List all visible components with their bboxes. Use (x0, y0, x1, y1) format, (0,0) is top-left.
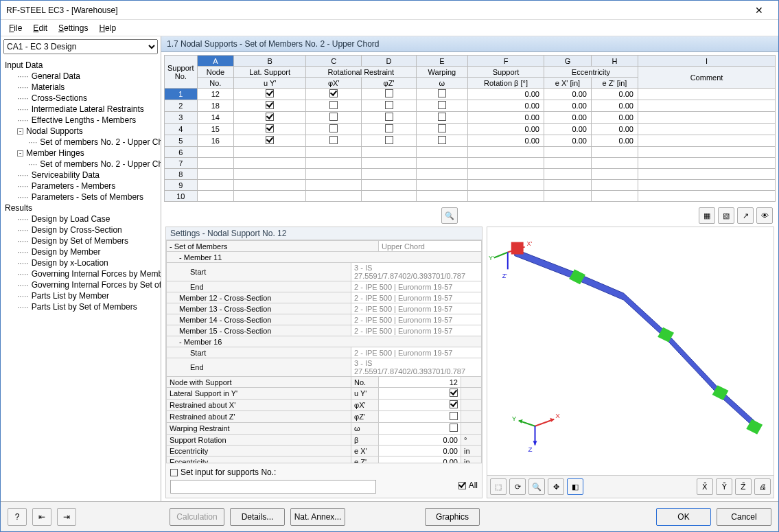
menu-edit[interactable]: Edit (27, 22, 53, 34)
tree-ilr[interactable]: ·····Intermediate Lateral Restraints (2, 104, 159, 115)
cancel-button[interactable]: Cancel (717, 508, 771, 526)
svg-text:Y': Y' (489, 255, 494, 262)
next-icon[interactable]: ⇥ (57, 508, 76, 526)
preview-3d-view[interactable]: X' Y' Z' (487, 227, 774, 475)
pick-support-icon[interactable]: 🔍 (441, 207, 458, 224)
svg-text:Z': Z' (502, 273, 507, 279)
tree-nodal-supports[interactable]: -Nodal Supports (2, 126, 159, 137)
nav-tree: Input Data ·····General Data ·····Materi… (1, 57, 161, 501)
tree-res-gif-member[interactable]: ·····Governing Internal Forces by Member (2, 268, 159, 279)
col-E[interactable]: E (416, 56, 467, 67)
view-print-icon[interactable]: 🖨 (754, 478, 771, 495)
menu-settings[interactable]: Settings (53, 22, 93, 34)
col-C[interactable]: C (306, 56, 362, 67)
view-rotate-icon[interactable]: ⟳ (509, 478, 526, 495)
ok-button[interactable]: OK (656, 508, 711, 526)
tree-results[interactable]: Results (2, 203, 159, 213)
tree-res-cs[interactable]: ·····Design by Cross-Section (2, 224, 159, 235)
tree-member-hinges-set2[interactable]: ····Set of members No. 2 - Upper Chord (2, 159, 159, 170)
restr-x-checkbox[interactable] (450, 400, 458, 408)
view-pan-icon[interactable]: ✥ (548, 478, 564, 495)
tree-res-loadcase[interactable]: ·····Design by Load Case (2, 213, 159, 224)
svg-rect-7 (511, 242, 524, 255)
tree-res-xloc[interactable]: ·····Design by x-Location (2, 257, 159, 268)
tree-member-hinges[interactable]: -Member Hinges (2, 148, 159, 159)
tree-nodal-supports-set2[interactable]: ····Set of members No. 2 - Upper Chord (2, 137, 159, 148)
settings-title: Settings - Nodal Support No. 12 (166, 227, 482, 240)
settings-panel: Settings - Nodal Support No. 12 - Set of… (165, 227, 482, 498)
col-H[interactable]: H (591, 56, 638, 67)
all-checkbox[interactable] (458, 482, 466, 489)
prev-icon[interactable]: ⇤ (32, 508, 51, 526)
eye-icon[interactable]: 👁 (756, 207, 773, 224)
help-icon[interactable]: ? (8, 508, 27, 526)
view-iso-icon[interactable]: ◧ (567, 478, 583, 495)
tree-res-gif-set[interactable]: ·····Governing Internal Forces by Set of… (2, 279, 159, 290)
panel-title: 1.7 Nodal Supports - Set of Members No. … (161, 36, 778, 52)
col-support-no: SupportNo. (165, 56, 198, 89)
svg-text:Y: Y (512, 415, 517, 422)
menu-file[interactable]: File (3, 22, 27, 34)
col-G[interactable]: G (544, 56, 591, 67)
tree-eff-lengths[interactable]: ·····Effective Lengths - Members (2, 115, 159, 126)
row-head[interactable]: 2 (165, 100, 198, 112)
svg-text:Z: Z (528, 446, 533, 453)
tree-res-som[interactable]: ·····Design by Set of Members (2, 235, 159, 246)
excel-export-icon[interactable]: ▦ (699, 207, 715, 224)
row-head[interactable]: 3 (165, 112, 198, 124)
col-F[interactable]: F (468, 56, 544, 67)
view-zoom-icon[interactable]: 🔍 (528, 478, 545, 495)
restr-z-checkbox[interactable] (450, 412, 458, 420)
lat-y-checkbox[interactable] (450, 389, 458, 397)
tree-materials[interactable]: ·····Materials (2, 82, 159, 93)
set-input-field[interactable] (170, 480, 376, 494)
excel-import-icon[interactable]: ▧ (718, 207, 734, 224)
set-input-checkbox[interactable] (170, 469, 178, 476)
view-z-icon[interactable]: Z̄ (735, 478, 752, 495)
tree-params-members[interactable]: ·····Parameters - Members (2, 181, 159, 192)
preview-panel: X' Y' Z' (487, 227, 774, 498)
tree-res-parts-member[interactable]: ·····Parts List by Member (2, 290, 159, 301)
case-select[interactable]: CA1 - EC 3 Design (3, 39, 158, 54)
svg-marker-17 (533, 441, 537, 446)
col-D[interactable]: D (362, 56, 416, 67)
window-title: RF-STEEL EC3 - [Warehouse] (6, 5, 745, 15)
graphics-button[interactable]: Graphics (425, 508, 480, 526)
col-A[interactable]: A (197, 56, 234, 67)
tree-params-sets[interactable]: ·····Parameters - Sets of Members (2, 192, 159, 203)
svg-text:X: X (555, 412, 560, 419)
supports-grid[interactable]: SupportNo. A B C D E F G H I Node Lat. S… (164, 55, 776, 202)
titlebar: RF-STEEL EC3 - [Warehouse] ✕ (1, 1, 778, 20)
menubar: File Edit Settings Help (1, 20, 778, 36)
col-B[interactable]: B (234, 56, 306, 67)
sidebar: CA1 - EC 3 Design Input Data ·····Genera… (1, 36, 161, 501)
warp-checkbox[interactable] (450, 424, 458, 432)
view-y-icon[interactable]: Ȳ (716, 478, 732, 495)
footer: ? ⇤ ⇥ Calculation Details... Nat. Annex.… (1, 501, 778, 531)
svg-text:X': X' (527, 240, 533, 247)
main-panel: 1.7 Nodal Supports - Set of Members No. … (161, 36, 778, 501)
view-x-icon[interactable]: X̄ (697, 478, 713, 495)
tree-cross-sections[interactable]: ·····Cross-Sections (2, 93, 159, 104)
row-head[interactable]: 5 (165, 135, 198, 147)
tree-res-parts-set[interactable]: ·····Parts List by Set of Members (2, 301, 159, 312)
calculation-button[interactable]: Calculation (170, 508, 224, 526)
svg-line-1 (494, 253, 508, 258)
pick-icon[interactable]: ↗ (737, 207, 754, 224)
view-select-icon[interactable]: ⬚ (490, 478, 507, 495)
row-head[interactable]: 1 (165, 89, 198, 100)
tree-serviceability[interactable]: ·····Serviceability Data (2, 170, 159, 181)
tree-res-member[interactable]: ·····Design by Member (2, 246, 159, 257)
tree-general-data[interactable]: ·····General Data (2, 71, 159, 82)
menu-help[interactable]: Help (93, 22, 121, 34)
natannex-button[interactable]: Nat. Annex... (290, 508, 345, 526)
tree-input-data[interactable]: Input Data (2, 60, 159, 71)
svg-marker-6 (515, 249, 756, 430)
row-head[interactable]: 4 (165, 124, 198, 135)
close-icon[interactable]: ✕ (745, 1, 773, 19)
details-button[interactable]: Details... (230, 508, 285, 526)
col-I[interactable]: I (638, 56, 776, 67)
